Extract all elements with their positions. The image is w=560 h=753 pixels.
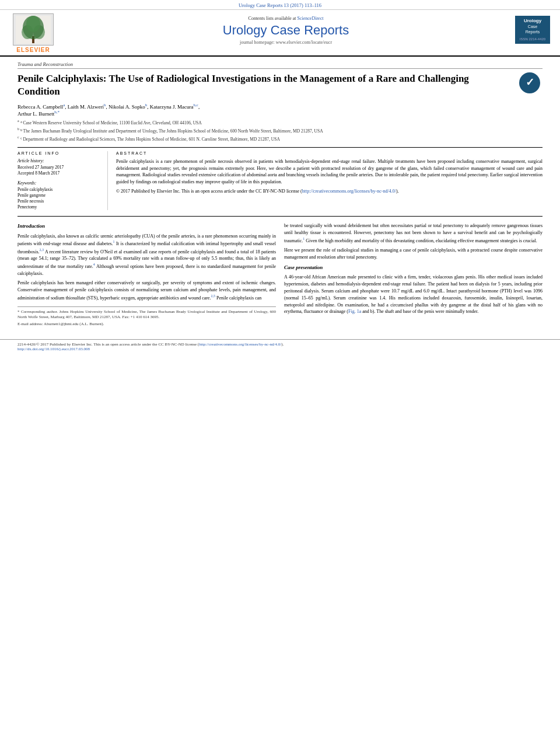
body-content: Introduction Penile calciphylaxis, also … bbox=[18, 222, 542, 329]
journal-header: ELSEVIER Contents lists available at Sci… bbox=[0, 10, 560, 57]
crossmark-icon: ✓ bbox=[519, 72, 540, 93]
keyword-4: Penectomy bbox=[18, 204, 102, 210]
keyword-1: Penile calciphylaxis bbox=[18, 187, 102, 192]
affiliations: a ᵃ Case Western Reserve University Scho… bbox=[18, 118, 542, 142]
affiliation-c: c ᶜ Department of Radiology and Radiolog… bbox=[18, 135, 542, 142]
affiliation-a: a ᵃ Case Western Reserve University Scho… bbox=[18, 118, 542, 126]
elsevier-tree-image bbox=[13, 13, 54, 46]
article-history-label: Article history: bbox=[18, 158, 102, 163]
main-content: Trauma and Reconstruction Penile Calciph… bbox=[0, 57, 560, 333]
journal-logo-right: Urology Case Reports ISSN 2214-4420 bbox=[512, 13, 553, 53]
accepted-date: Accepted 8 March 2017 bbox=[18, 170, 102, 176]
intro-para-1: Penile calciphylaxis, also known as calc… bbox=[18, 233, 276, 277]
logo-case: Case bbox=[516, 24, 549, 29]
abstract-title: ABSTRACT bbox=[116, 151, 542, 155]
abstract-copyright: © 2017 Published by Elsevier Inc. This i… bbox=[116, 188, 542, 195]
abstract-text: Penile calciphylaxis is a rare phenomeno… bbox=[116, 158, 542, 194]
logo-small-text: ISSN 2214-4420 bbox=[516, 37, 549, 42]
authors-line: Rebecca A. Campbella, Laith M. Alzwerib,… bbox=[18, 103, 542, 117]
article-title-text: Penile Calciphylaxis: The Use of Radiolo… bbox=[18, 73, 469, 97]
article-title: Penile Calciphylaxis: The Use of Radiolo… bbox=[18, 72, 542, 98]
right-para-1: be treated surgically with wound debride… bbox=[284, 222, 542, 244]
license-link[interactable]: http://creativecommons.org/licenses/by-n… bbox=[302, 189, 396, 194]
section-label: Trauma and Reconstruction bbox=[18, 61, 542, 69]
elsevier-wordmark: ELSEVIER bbox=[16, 47, 50, 53]
case-presentation-heading: Case presentation bbox=[284, 264, 542, 271]
footnotes: * Corresponding author. Johns Hopkins Un… bbox=[18, 306, 276, 327]
body-left-col: Introduction Penile calciphylaxis, also … bbox=[18, 222, 276, 329]
introduction-heading: Introduction bbox=[18, 222, 276, 230]
right-para-2: Here we present the role of radiological… bbox=[284, 247, 542, 261]
keywords-label: Keywords: bbox=[18, 180, 102, 186]
article-info-title: ARTICLE INFO bbox=[18, 151, 102, 155]
science-direct-link[interactable]: ScienceDirect bbox=[298, 16, 324, 21]
article-info-panel: ARTICLE INFO Article history: Received 2… bbox=[18, 151, 108, 210]
footnote-email: E-mail address: Aburnett1@jhmi.edu (A.L.… bbox=[18, 322, 276, 327]
citation-text: Urology Case Reports 13 (2017) 113–116 bbox=[239, 2, 321, 8]
science-direct-line: Contents lists available at ScienceDirec… bbox=[65, 16, 506, 21]
affiliation-b: b ᵇ The James Buchanan Brady Urological … bbox=[18, 127, 542, 134]
elsevier-logo: ELSEVIER bbox=[7, 13, 60, 53]
journal-citation: Urology Case Reports 13 (2017) 113–116 bbox=[0, 0, 560, 10]
keyword-2: Penile gangrene bbox=[18, 193, 102, 198]
journal-logo-box: Urology Case Reports ISSN 2214-4420 bbox=[515, 16, 550, 44]
case-para: A 46-year-old African American male pres… bbox=[284, 274, 542, 315]
bottom-bar: 2214-4420/© 2017 Published by Elsevier I… bbox=[0, 339, 560, 354]
abstract-body: Penile calciphylaxis is a rare phenomeno… bbox=[116, 158, 542, 185]
doi-link[interactable]: http://dx.doi.org/10.1016/j.eucr.2017.03… bbox=[18, 347, 90, 351]
info-abstract-section: ARTICLE INFO Article history: Received 2… bbox=[18, 147, 542, 210]
received-date: Received 27 January 2017 bbox=[18, 165, 102, 170]
section-divider bbox=[18, 216, 542, 217]
logo-urology: Urology bbox=[516, 18, 549, 24]
bottom-license-link[interactable]: http://creativecommons.org/licenses/by-n… bbox=[199, 342, 281, 347]
journal-title-block: Contents lists available at ScienceDirec… bbox=[60, 13, 512, 53]
body-right-col: be treated surgically with wound debride… bbox=[284, 222, 542, 329]
bottom-copyright: 2214-4420/© 2017 Published by Elsevier I… bbox=[18, 342, 284, 347]
crossmark-badge: ✓ bbox=[519, 72, 542, 96]
journal-homepage: journal homepage: www.elsevier.com/locat… bbox=[65, 40, 506, 45]
svg-point-5 bbox=[26, 16, 40, 32]
logo-reports: Reports bbox=[516, 29, 549, 34]
abstract-panel: ABSTRACT Penile calciphylaxis is a rare … bbox=[116, 151, 542, 210]
keyword-3: Penile necrosis bbox=[18, 198, 102, 204]
intro-para-2: Penile calciphylaxis has been managed ei… bbox=[18, 280, 276, 301]
footnote-asterisk: * Corresponding author. Johns Hopkins Un… bbox=[18, 309, 276, 321]
journal-name: Urology Case Reports bbox=[65, 23, 506, 38]
fig-1a-link[interactable]: Fig. 1a bbox=[348, 309, 361, 314]
